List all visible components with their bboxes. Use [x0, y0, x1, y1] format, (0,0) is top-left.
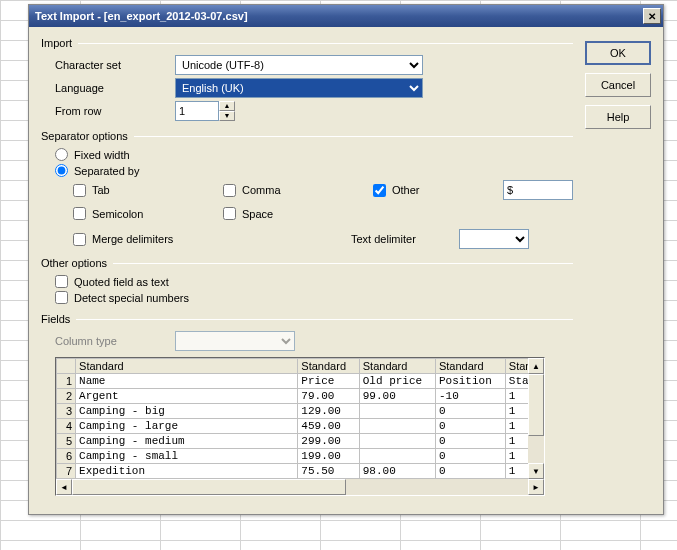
cell: 0	[435, 434, 505, 449]
cell: 98.00	[359, 464, 435, 479]
space-label: Space	[242, 208, 273, 220]
other-label: Other	[392, 184, 420, 196]
coltype-combo	[175, 331, 295, 351]
fixed-width-radio[interactable]	[55, 148, 68, 161]
table-row[interactable]: 4Camping - large459.0001	[57, 419, 544, 434]
cell: 129.00	[298, 404, 359, 419]
cell: Position	[435, 374, 505, 389]
cell: Camping - big	[76, 404, 298, 419]
close-icon[interactable]: ✕	[643, 8, 661, 24]
table-row[interactable]: 7Expedition75.5098.0001	[57, 464, 544, 479]
fields-legend: Fields	[41, 313, 70, 325]
separated-by-radio[interactable]	[55, 164, 68, 177]
separator-legend: Separator options	[41, 130, 128, 142]
cell: Name	[76, 374, 298, 389]
comma-label: Comma	[242, 184, 281, 196]
cell	[359, 404, 435, 419]
space-checkbox[interactable]	[223, 207, 236, 220]
merge-label: Merge delimiters	[92, 233, 173, 245]
table-row[interactable]: 6Camping - small199.0001	[57, 449, 544, 464]
charset-combo[interactable]: Unicode (UTF-8)	[175, 55, 423, 75]
window-title: Text Import - [en_export_2012-03-07.csv]	[35, 10, 643, 22]
scroll-right-icon[interactable]: ►	[528, 479, 544, 495]
other-checkbox[interactable]	[373, 184, 386, 197]
other-input[interactable]	[503, 180, 573, 200]
charset-label: Character set	[55, 59, 175, 71]
fromrow-label: From row	[55, 105, 175, 117]
semicolon-checkbox[interactable]	[73, 207, 86, 220]
col-header[interactable]: Standard	[435, 359, 505, 374]
cell: Price	[298, 374, 359, 389]
cell: 99.00	[359, 389, 435, 404]
cell: Old price	[359, 374, 435, 389]
fromrow-down-icon[interactable]: ▼	[219, 111, 235, 121]
cell: Camping - medium	[76, 434, 298, 449]
ok-button[interactable]: OK	[585, 41, 651, 65]
language-label: Language	[55, 82, 175, 94]
cell: 0	[435, 404, 505, 419]
scroll-left-icon[interactable]: ◄	[56, 479, 72, 495]
cell: -10	[435, 389, 505, 404]
cell: 75.50	[298, 464, 359, 479]
cell	[359, 449, 435, 464]
import-legend: Import	[41, 37, 72, 49]
fromrow-up-icon[interactable]: ▲	[219, 101, 235, 111]
cell: 0	[435, 419, 505, 434]
separator-group: Separator options Fixed width Separated …	[41, 130, 573, 251]
fields-group: Fields Column type	[41, 313, 573, 496]
textdelim-combo[interactable]	[459, 229, 529, 249]
help-button[interactable]: Help	[585, 105, 651, 129]
row-number: 7	[57, 464, 76, 479]
cell: Camping - small	[76, 449, 298, 464]
col-header[interactable]: Standard	[76, 359, 298, 374]
fixed-width-label: Fixed width	[74, 149, 130, 161]
cell: 459.00	[298, 419, 359, 434]
language-combo[interactable]: English (UK)	[175, 78, 423, 98]
quoted-checkbox[interactable]	[55, 275, 68, 288]
tab-checkbox[interactable]	[73, 184, 86, 197]
comma-checkbox[interactable]	[223, 184, 236, 197]
tab-label: Tab	[92, 184, 110, 196]
cell: Camping - large	[76, 419, 298, 434]
merge-checkbox[interactable]	[73, 233, 86, 246]
cell: Expedition	[76, 464, 298, 479]
preview-table[interactable]: Standard Standard Standard Standard Stan	[56, 358, 544, 479]
cell	[359, 434, 435, 449]
table-row[interactable]: 1NamePriceOld pricePositionSta	[57, 374, 544, 389]
table-row[interactable]: 2Argent79.0099.00-101	[57, 389, 544, 404]
cell	[359, 419, 435, 434]
row-number: 4	[57, 419, 76, 434]
preview-hscroll[interactable]: ◄ ►	[56, 479, 544, 495]
detect-checkbox[interactable]	[55, 291, 68, 304]
row-number: 1	[57, 374, 76, 389]
cancel-button[interactable]: Cancel	[585, 73, 651, 97]
scroll-up-icon[interactable]: ▲	[528, 358, 544, 374]
cell: 0	[435, 449, 505, 464]
other-legend: Other options	[41, 257, 107, 269]
cell: 0	[435, 464, 505, 479]
textdelim-label: Text delimiter	[351, 233, 451, 245]
col-header[interactable]: Standard	[359, 359, 435, 374]
titlebar[interactable]: Text Import - [en_export_2012-03-07.csv]…	[29, 5, 663, 27]
row-number: 2	[57, 389, 76, 404]
preview-header-row: Standard Standard Standard Standard Stan	[57, 359, 544, 374]
preview-vscroll[interactable]: ▲ ▼	[528, 358, 544, 479]
row-number: 6	[57, 449, 76, 464]
col-header[interactable]: Standard	[298, 359, 359, 374]
other-options-group: Other options Quoted field as text Detec…	[41, 257, 573, 307]
cell: Argent	[76, 389, 298, 404]
text-import-dialog: Text Import - [en_export_2012-03-07.csv]…	[28, 4, 664, 515]
cell: 199.00	[298, 449, 359, 464]
fromrow-input[interactable]	[175, 101, 219, 121]
table-row[interactable]: 5Camping - medium299.0001	[57, 434, 544, 449]
cell: 299.00	[298, 434, 359, 449]
separated-by-label: Separated by	[74, 165, 139, 177]
row-number: 5	[57, 434, 76, 449]
import-group: Import Character set Unicode (UTF-8) Lan…	[41, 37, 573, 124]
coltype-label: Column type	[55, 335, 175, 347]
scroll-down-icon[interactable]: ▼	[528, 463, 544, 479]
table-row[interactable]: 3Camping - big129.0001	[57, 404, 544, 419]
semicolon-label: Semicolon	[92, 208, 143, 220]
cell: 79.00	[298, 389, 359, 404]
quoted-label: Quoted field as text	[74, 276, 169, 288]
